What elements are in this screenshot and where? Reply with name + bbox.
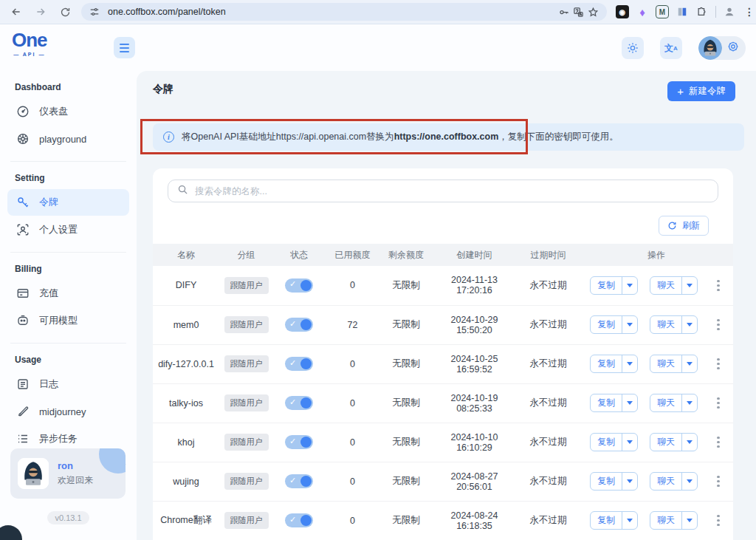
expire-time: 永不过期 — [530, 319, 567, 329]
chat-dropdown-arrow[interactable] — [681, 394, 697, 411]
status-toggle[interactable]: ✓ — [285, 278, 313, 293]
address-bar[interactable]: one.coffbox.com/panel/token — [81, 3, 607, 21]
status-toggle[interactable]: ✓ — [285, 435, 313, 449]
column-header: 状态 — [273, 244, 325, 266]
copy-button[interactable]: 复制 — [590, 276, 638, 295]
status-toggle[interactable]: ✓ — [285, 513, 313, 527]
translate-page-icon[interactable] — [571, 4, 586, 19]
search-input[interactable] — [195, 186, 709, 196]
sidebar-item-models[interactable]: 可用模型 — [7, 307, 129, 334]
chat-button[interactable]: 聊天 — [650, 315, 698, 334]
remaining-quota: 无限制 — [392, 319, 420, 329]
chat-dropdown-arrow[interactable] — [681, 277, 697, 294]
created-time: 2024-10-25 16:59:52 — [451, 354, 498, 375]
extension-panda-icon[interactable]: ◉ — [616, 5, 629, 18]
copy-button[interactable]: 复制 — [590, 355, 638, 373]
chat-button[interactable]: 聊天 — [650, 394, 698, 412]
status-toggle[interactable]: ✓ — [285, 396, 313, 410]
sidebar-item-playground[interactable]: playground — [7, 126, 129, 152]
browser-menu-icon[interactable]: ⋮ — [743, 5, 756, 18]
gauge-icon — [16, 105, 30, 118]
group-badge: 跟随用户 — [224, 277, 269, 294]
bookmark-star-icon[interactable] — [586, 4, 601, 19]
copy-dropdown-arrow[interactable] — [622, 355, 637, 372]
chat-button[interactable]: 聊天 — [650, 276, 698, 295]
chat-dropdown-arrow[interactable] — [681, 512, 697, 529]
sidebar-item-topup[interactable]: 充值 — [7, 280, 129, 307]
app-logo[interactable]: One — API — — [12, 30, 47, 57]
row-menu-button[interactable] — [714, 473, 723, 491]
group-badge: 跟随用户 — [224, 434, 269, 451]
url-text[interactable]: one.coffbox.com/panel/token — [108, 7, 557, 17]
settings-gear-icon[interactable] — [726, 40, 740, 56]
search-box[interactable] — [168, 180, 718, 202]
expire-time: 永不过期 — [530, 358, 567, 369]
chat-dropdown-arrow[interactable] — [681, 316, 697, 333]
row-menu-button[interactable] — [714, 316, 723, 334]
refresh-button[interactable]: 刷新 — [659, 216, 709, 236]
reload-icon[interactable] — [57, 3, 74, 21]
chat-button[interactable]: 聊天 — [650, 472, 698, 491]
copy-dropdown-arrow[interactable] — [622, 316, 637, 333]
chevron-down-icon — [627, 519, 633, 522]
sidebar-item-token[interactable]: 令牌 — [7, 189, 129, 216]
search-icon — [177, 184, 188, 198]
password-key-icon[interactable] — [557, 4, 571, 19]
copy-dropdown-arrow[interactable] — [622, 512, 637, 529]
chat-button[interactable]: 聊天 — [650, 433, 698, 451]
chat-button[interactable]: 聊天 — [650, 511, 698, 530]
new-token-button[interactable]: + 新建令牌 — [667, 81, 735, 101]
floating-widget-peek[interactable] — [0, 525, 22, 540]
copy-dropdown-arrow[interactable] — [622, 277, 637, 294]
brush-icon — [16, 405, 30, 418]
browser-toolbar: one.coffbox.com/panel/token ◉ ♦ M ⋮ — [0, 0, 756, 24]
sidebar-item-midjourney[interactable]: midjourney — [7, 398, 129, 425]
extension-flame-icon[interactable]: ♦ — [636, 5, 649, 18]
chat-dropdown-arrow[interactable] — [681, 355, 697, 372]
browser-profile-icon[interactable] — [723, 5, 736, 18]
extension-m-icon[interactable]: M — [656, 5, 669, 18]
section-label-setting: Setting — [0, 173, 137, 183]
sidebar-item-logs[interactable]: 日志 — [7, 371, 129, 397]
user-avatar[interactable] — [698, 36, 722, 60]
copy-button[interactable]: 复制 — [590, 511, 638, 530]
row-menu-button[interactable] — [714, 277, 723, 295]
back-icon[interactable] — [7, 3, 24, 21]
row-menu-button[interactable] — [714, 394, 723, 412]
copy-button[interactable]: 复制 — [590, 472, 638, 491]
row-menu-button[interactable] — [714, 434, 723, 451]
token-table: 名称分组状态已用额度剩余额度创建时间过期时间操作 DIFY 跟随用户 ✓ 0 无… — [153, 244, 733, 540]
language-toggle-button[interactable]: 文A — [660, 37, 682, 59]
copy-button[interactable]: 复制 — [590, 433, 638, 451]
sidebar-collapse-button[interactable] — [114, 37, 135, 58]
row-menu-button[interactable] — [714, 512, 723, 530]
forward-icon[interactable] — [32, 3, 49, 21]
status-toggle[interactable]: ✓ — [285, 357, 313, 371]
copy-dropdown-arrow[interactable] — [622, 394, 637, 411]
copy-button[interactable]: 复制 — [590, 394, 638, 412]
user-card[interactable]: ron 欢迎回来 — [10, 448, 126, 499]
sidebar-item-label: 异步任务 — [39, 432, 78, 445]
status-toggle[interactable]: ✓ — [285, 318, 313, 332]
theme-toggle-button[interactable] — [622, 37, 644, 59]
status-toggle[interactable]: ✓ — [285, 474, 313, 488]
extension-squares-icon[interactable] — [676, 5, 689, 18]
copy-dropdown-arrow[interactable] — [622, 473, 637, 490]
site-settings-icon[interactable] — [87, 4, 102, 19]
chat-button[interactable]: 聊天 — [650, 355, 698, 373]
column-header: 创建时间 — [432, 244, 517, 266]
check-icon: ✓ — [289, 397, 296, 407]
column-header: 操作 — [580, 244, 733, 266]
row-menu-button[interactable] — [714, 355, 723, 373]
extensions-puzzle-icon[interactable] — [695, 5, 709, 18]
copy-dropdown-arrow[interactable] — [622, 434, 637, 451]
toggle-knob — [300, 397, 312, 409]
chat-dropdown-arrow[interactable] — [681, 473, 697, 490]
section-label-dashboard: Dashboard — [0, 82, 137, 92]
chat-dropdown-arrow[interactable] — [681, 434, 697, 451]
log-icon — [16, 377, 30, 391]
sidebar-item-profile-settings[interactable]: 个人设置 — [7, 216, 129, 243]
sidebar-item-dashboard[interactable]: 仪表盘 — [7, 98, 129, 125]
user-menu[interactable] — [698, 36, 746, 60]
copy-button[interactable]: 复制 — [590, 315, 638, 334]
